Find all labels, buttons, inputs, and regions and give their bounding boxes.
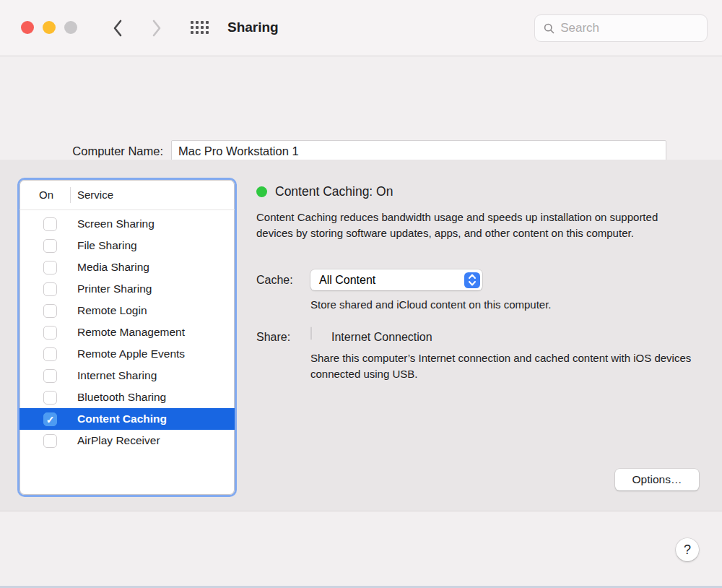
chevron-left-icon: [113, 20, 123, 37]
service-row-media-sharing[interactable]: Media Sharing: [19, 256, 235, 278]
minimize-window-button[interactable]: [43, 21, 56, 34]
options-button[interactable]: Options…: [615, 469, 699, 490]
show-all-preferences-button[interactable]: [191, 21, 210, 35]
service-row-screen-sharing[interactable]: Screen Sharing: [19, 213, 235, 235]
service-label: Remote Apple Events: [77, 347, 185, 360]
service-label: Printer Sharing: [77, 282, 152, 295]
service-row-file-sharing[interactable]: File Sharing: [19, 235, 235, 256]
service-checkbox-airplay-receiver[interactable]: [43, 434, 57, 448]
share-help-text: Share this computer’s Internet connectio…: [310, 350, 704, 381]
service-checkbox-file-sharing[interactable]: [43, 239, 57, 253]
service-row-remote-management[interactable]: Remote Management: [19, 321, 235, 343]
services-list-header: On Service: [19, 180, 235, 209]
services-list: On Service Screen SharingFile SharingMed…: [19, 180, 235, 495]
services-rows: Screen SharingFile SharingMedia SharingP…: [19, 209, 235, 451]
service-label: Content Caching: [77, 412, 167, 425]
cache-help-text: Store shared and iCloud content on this …: [310, 298, 552, 311]
footer-section: ?: [0, 511, 722, 588]
service-checkbox-screen-sharing[interactable]: [43, 217, 57, 231]
status-row: Content Caching: On: [256, 184, 393, 199]
search-input[interactable]: [560, 21, 698, 35]
service-row-internet-sharing[interactable]: Internet Sharing: [19, 365, 235, 386]
service-label: File Sharing: [77, 239, 137, 252]
window-controls: [21, 21, 77, 34]
page-title: Sharing: [227, 20, 279, 35]
service-checkbox-bluetooth-sharing[interactable]: [43, 391, 57, 405]
status-title: Content Caching: On: [275, 184, 393, 199]
service-row-remote-apple-events[interactable]: Remote Apple Events: [19, 343, 235, 365]
main-section: On Service Screen SharingFile SharingMed…: [0, 160, 722, 511]
service-label: AirPlay Receiver: [77, 434, 160, 447]
service-checkbox-remote-management[interactable]: [43, 326, 57, 340]
toolbar: Sharing: [0, 0, 722, 56]
computer-name-section: Computer Name: Computers on your local n…: [0, 57, 722, 160]
column-header-service: Service: [71, 189, 113, 201]
zoom-window-button: [64, 21, 77, 34]
service-checkbox-printer-sharing[interactable]: [43, 282, 57, 296]
service-label: Remote Login: [77, 304, 147, 317]
service-label: Bluetooth Sharing: [77, 391, 166, 404]
cache-dropdown[interactable]: All Content: [310, 269, 482, 290]
service-label: Remote Management: [77, 326, 185, 339]
sharing-preferences-window: Sharing Computer Name: Computers on your…: [0, 0, 722, 588]
service-label: Internet Sharing: [77, 369, 157, 382]
service-checkbox-media-sharing[interactable]: [43, 261, 57, 274]
dropdown-stepper-icon: [464, 272, 480, 288]
content-caching-description: Content Caching reduces bandwidth usage …: [256, 209, 690, 241]
service-row-remote-login[interactable]: Remote Login: [19, 300, 235, 321]
close-window-button[interactable]: [21, 21, 34, 34]
internet-connection-label: Internet Connection: [331, 331, 432, 344]
service-row-content-caching[interactable]: Content Caching: [19, 408, 235, 430]
status-indicator-icon: [256, 186, 267, 197]
search-icon: [544, 22, 554, 35]
search-field[interactable]: [534, 14, 708, 42]
cache-label: Cache:: [256, 274, 300, 287]
computer-name-label: Computer Name:: [0, 144, 163, 158]
column-header-on: On: [19, 189, 70, 201]
service-checkbox-remote-apple-events[interactable]: [43, 347, 57, 361]
chevron-right-icon: [152, 20, 162, 37]
service-checkbox-internet-sharing[interactable]: [43, 369, 57, 383]
service-row-airplay-receiver[interactable]: AirPlay Receiver: [19, 430, 235, 451]
back-button[interactable]: [105, 16, 130, 40]
internet-connection-checkbox[interactable]: [310, 327, 325, 342]
service-row-bluetooth-sharing[interactable]: Bluetooth Sharing: [19, 386, 235, 408]
service-label: Media Sharing: [77, 261, 149, 274]
cache-dropdown-value: All Content: [310, 274, 464, 287]
help-button[interactable]: ?: [676, 538, 699, 561]
service-label: Screen Sharing: [77, 217, 155, 230]
service-checkbox-content-caching[interactable]: [43, 412, 57, 426]
content-caching-detail-pane: Content Caching: On Content Caching redu…: [256, 160, 699, 511]
forward-button[interactable]: [144, 16, 169, 40]
service-row-printer-sharing[interactable]: Printer Sharing: [19, 278, 235, 300]
service-checkbox-remote-login[interactable]: [43, 304, 57, 318]
share-label: Share:: [256, 331, 290, 344]
